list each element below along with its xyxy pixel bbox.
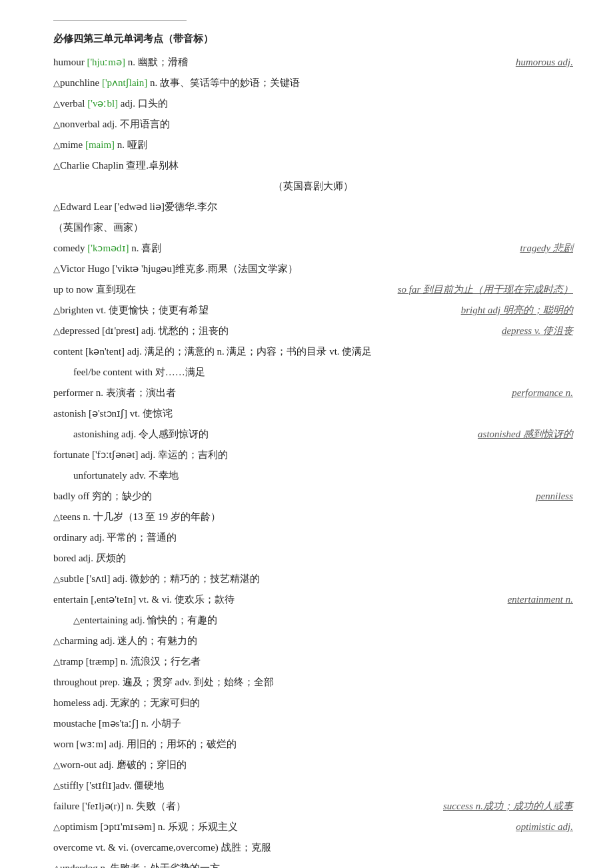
word-label: underdog n. 失败者；处于劣势的一方: [60, 863, 220, 868]
word-label: performer n. 表演者；演出者: [53, 387, 176, 398]
word-label: entertain [,entə'teɪn] vt. & vi. 使欢乐；款待: [53, 594, 235, 605]
list-item: stiffly ['stɪflɪ]adv. 僵硬地: [53, 775, 573, 795]
list-item: Edward Lear ['edwəd liə]爱德华.李尔: [53, 197, 573, 217]
list-item: worn-out adj. 磨破的；穿旧的: [53, 755, 573, 775]
related-note: performance n.: [512, 383, 573, 403]
list-item: astonish [ə'stɔnɪʃ] vt. 使惊诧: [53, 403, 573, 423]
related-note: entertainment n.: [508, 589, 573, 609]
list-item: （英国作家、画家）: [53, 217, 573, 237]
word-label: fortunate ['fɔːtʃənət] adj. 幸运的；吉利的: [53, 449, 228, 460]
list-item: ordinary adj. 平常的；普通的: [53, 527, 573, 547]
triangle-icon: [53, 263, 60, 274]
list-item: fortunate ['fɔːtʃənət] adj. 幸运的；吉利的: [53, 445, 573, 465]
triangle-icon: [53, 780, 60, 791]
word-label: throughout prep. 遍及；贯穿 adv. 到处；始终；全部: [53, 677, 274, 687]
word-label: content [kən'tent] adj. 满足的；满意的 n. 满足；内容…: [53, 346, 372, 357]
list-item: （英国喜剧大师）: [53, 176, 573, 196]
word-label: teens n. 十几岁（13 至 19 岁的年龄）: [60, 511, 221, 522]
list-item: entertain [,entə'teɪn] vt. & vi. 使欢乐；款待 …: [53, 589, 573, 609]
triangle-icon: [53, 759, 60, 770]
word-label: verbal: [60, 98, 85, 109]
word-label: badly off 穷的；缺少的: [53, 491, 152, 501]
triangle-icon: [53, 139, 60, 150]
list-item: optimism [ɔptɪ'mɪsəm] n. 乐观；乐观主义 optimis…: [53, 817, 573, 837]
definition: n. 哑剧: [117, 139, 147, 150]
top-divider: [53, 20, 187, 21]
word-label: overcome vt. & vi. (overcame,overcome) 战…: [53, 842, 271, 853]
word-label: homeless adj. 无家的；无家可归的: [53, 697, 200, 708]
triangle-icon: [53, 821, 60, 832]
parenthetical-note: （英国作家、画家）: [53, 222, 143, 233]
list-item: Charlie Chaplin 查理.卓别林: [53, 155, 573, 175]
word-label: up to now 直到现在: [53, 284, 136, 295]
word-label: stiffly ['stɪflɪ]adv. 僵硬地: [60, 780, 164, 791]
triangle-icon: [53, 635, 60, 646]
related-note: success n.成功；成功的人或事: [443, 796, 573, 816]
related-note: depress v. 使沮丧: [502, 321, 573, 341]
list-item: comedy ['kɔmədɪ] n. 喜剧 tragedy 悲剧: [53, 238, 573, 258]
word-label: brighten vt. 使更愉快；使更有希望: [60, 305, 209, 315]
page-title: 必修四第三单元单词考点（带音标）: [53, 33, 573, 45]
phonetic: ['pʌntʃlain]: [102, 77, 147, 88]
list-item: performer n. 表演者；演出者 performance n.: [53, 383, 573, 403]
list-item: up to now 直到现在 so far 到目前为止（用于现在完成时态）: [53, 279, 573, 299]
word-label: optimism [ɔptɪ'mɪsəm] n. 乐观；乐观主义: [60, 821, 238, 832]
list-item: entertaining adj. 愉快的；有趣的: [73, 610, 573, 630]
triangle-icon: [53, 325, 60, 336]
word-label: worn-out adj. 磨破的；穿旧的: [60, 759, 187, 770]
list-item: brighten vt. 使更愉快；使更有希望 bright adj 明亮的；聪…: [53, 300, 573, 320]
list-item: feel/be content with 对……满足: [73, 362, 573, 382]
definition: feel/be content with 对……满足: [73, 367, 205, 377]
definition: n. 喜剧: [131, 243, 161, 253]
word-label: charming adj. 迷人的；有魅力的: [60, 635, 197, 646]
word-label: ordinary adj. 平常的；普通的: [53, 532, 177, 543]
related-note: humorous adj.: [516, 52, 573, 72]
list-item: tramp [træmp] n. 流浪汉；行乞者: [53, 651, 573, 671]
phonetic: ['vəːbl]: [87, 98, 118, 109]
word-label: unfortunately adv. 不幸地: [73, 470, 179, 481]
list-item: charming adj. 迷人的；有魅力的: [53, 631, 573, 651]
word-label: humour: [53, 57, 85, 67]
list-item: throughout prep. 遍及；贯穿 adv. 到处；始终；全部: [53, 672, 573, 692]
related-note: astonished 感到惊讶的: [478, 424, 573, 444]
word-label: Edward Lear ['edwəd liə]爱德华.李尔: [60, 201, 217, 212]
word-label: moustache [məs'taːʃ] n. 小胡子: [53, 718, 181, 729]
list-item: depressed [dɪ'prest] adj. 忧愁的；沮丧的 depres…: [53, 321, 573, 341]
list-item: mime [maim] n. 哑剧: [53, 135, 573, 155]
definition: adj. 口头的: [121, 98, 168, 109]
list-item: humour ['hjuːmə] n. 幽默；滑稽 humorous adj.: [53, 52, 573, 72]
word-label: subtle ['sʌtl] adj. 微妙的；精巧的；技艺精湛的: [60, 573, 260, 584]
list-item: verbal ['vəːbl] adj. 口头的: [53, 93, 573, 113]
triangle-icon: [53, 573, 60, 584]
triangle-icon: [53, 656, 60, 667]
definition: n. 幽默；滑稽: [128, 57, 188, 67]
triangle-icon: [73, 615, 80, 625]
triangle-icon: [53, 201, 60, 212]
list-item: homeless adj. 无家的；无家可归的: [53, 693, 573, 713]
related-note: so far 到目前为止（用于现在完成时态）: [398, 279, 573, 299]
list-item: subtle ['sʌtl] adj. 微妙的；精巧的；技艺精湛的: [53, 569, 573, 589]
list-item: overcome vt. & vi. (overcame,overcome) 战…: [53, 837, 573, 857]
word-label: failure ['feɪljə(r)] n. 失败（者）: [53, 801, 186, 811]
list-item: moustache [məs'taːʃ] n. 小胡子: [53, 713, 573, 733]
word-label: worn [wɜːm] adj. 用旧的；用坏的；破烂的: [53, 739, 237, 749]
list-item: Victor Hugo ['viktə 'hjugəu]维克多.雨果（法国文学家…: [53, 259, 573, 279]
list-item: teens n. 十几岁（13 至 19 岁的年龄）: [53, 507, 573, 527]
word-label: depressed [dɪ'prest] adj. 忧愁的；沮丧的: [60, 325, 229, 336]
parenthetical-note: （英国喜剧大师）: [273, 181, 353, 191]
triangle-icon: [53, 119, 60, 129]
triangle-icon: [53, 305, 60, 315]
word-label: astonishing adj. 令人感到惊讶的: [73, 429, 209, 439]
definition: n. 故事、笑话等中的妙语；关键语: [150, 77, 300, 88]
list-item: nonverbal adj. 不用语言的: [53, 114, 573, 134]
vocabulary-block: humour ['hjuːmə] n. 幽默；滑稽 humorous adj. …: [53, 52, 573, 868]
word-label: Victor Hugo ['viktə 'hjugəu]维克多.雨果（法国文学家…: [60, 263, 298, 274]
triangle-icon: [53, 160, 60, 171]
list-item: bored adj. 厌烦的: [53, 548, 573, 568]
list-item: badly off 穷的；缺少的 penniless: [53, 486, 573, 506]
word-label: mime: [60, 139, 83, 150]
phonetic: ['hjuːmə]: [87, 57, 125, 67]
list-item: failure ['feɪljə(r)] n. 失败（者） success n.…: [53, 796, 573, 816]
list-item: worn [wɜːm] adj. 用旧的；用坏的；破烂的: [53, 734, 573, 754]
list-item: punchline ['pʌntʃlain] n. 故事、笑话等中的妙语；关键语: [53, 73, 573, 93]
